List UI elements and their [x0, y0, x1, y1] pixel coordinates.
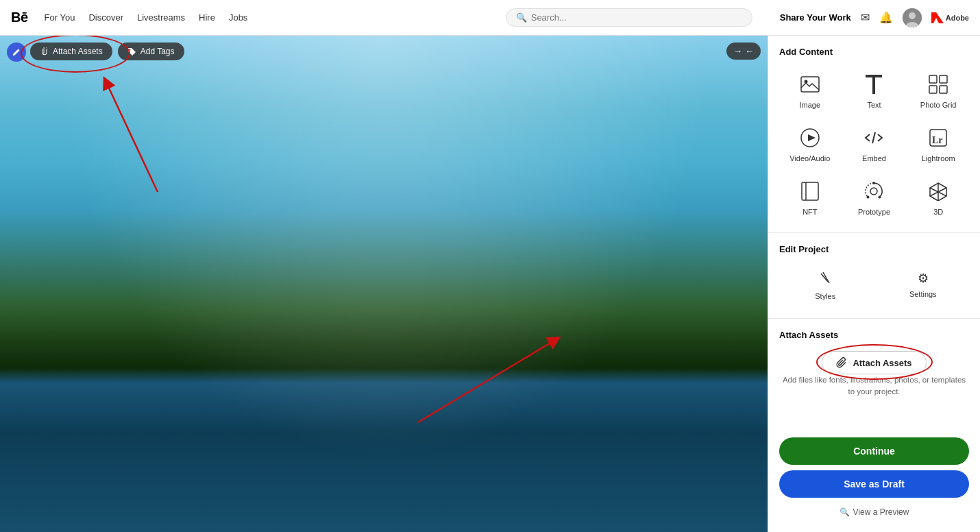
canvas-nav-arrows[interactable]: → ←: [726, 43, 761, 60]
embed-label: Embed: [862, 154, 886, 162]
arrow-right-icon: →: [733, 46, 742, 56]
svg-rect-5: [801, 77, 819, 92]
tag-icon: [127, 47, 136, 56]
svg-rect-10: [940, 86, 947, 93]
add-content-section: Add Content Image: [768, 36, 980, 233]
nav-livestreams[interactable]: Livestreams: [137, 12, 185, 23]
content-item-text[interactable]: Text: [844, 66, 905, 114]
add-tags-canvas-button[interactable]: Add Tags: [118, 43, 184, 60]
video-audio-label: Video/Audio: [789, 154, 830, 162]
canvas-image: [0, 36, 768, 532]
user-avatar[interactable]: [903, 8, 922, 27]
svg-rect-7: [929, 75, 937, 83]
styles-item[interactable]: Styles: [779, 264, 872, 307]
attach-description: Add files like fonts, illustrations, pho…: [779, 374, 969, 398]
text-label: Text: [867, 101, 881, 109]
content-item-lightroom[interactable]: Lr Lightroom: [907, 120, 969, 168]
svg-rect-8: [940, 75, 947, 83]
image-label: Image: [800, 101, 821, 109]
settings-item[interactable]: ⚙ Settings: [877, 264, 970, 307]
photo-grid-label: Photo Grid: [920, 101, 957, 109]
text-icon: [861, 72, 886, 97]
sidebar-actions: Continue Save as Draft 🔍 View a Preview: [768, 437, 980, 532]
continue-button[interactable]: Continue: [779, 437, 969, 465]
svg-line-13: [872, 132, 875, 143]
attach-circle-wrapper: Attach Assets: [779, 351, 969, 374]
right-sidebar: Add Content Image: [768, 36, 980, 532]
styles-icon: [818, 271, 832, 288]
nav-jobs[interactable]: Jobs: [229, 12, 247, 23]
nft-icon: [798, 179, 822, 204]
embed-icon: [861, 125, 886, 150]
content-item-nft[interactable]: NFT: [779, 173, 841, 221]
svg-point-19: [872, 182, 875, 184]
save-draft-button[interactable]: Save as Draft: [779, 470, 969, 498]
content-item-video-audio[interactable]: Video/Audio: [779, 120, 841, 168]
image-icon: [798, 72, 822, 97]
lightroom-label: Lightroom: [922, 154, 955, 162]
settings-label: Settings: [909, 290, 937, 298]
search-input[interactable]: [531, 12, 742, 23]
edit-project-title: Edit Project: [779, 244, 969, 254]
search-bar: 🔍: [506, 8, 752, 27]
photo-grid-icon: [926, 72, 951, 97]
3d-icon: [926, 179, 951, 204]
content-item-embed[interactable]: Embed: [844, 120, 905, 168]
content-grid: Image Text: [779, 66, 969, 221]
attach-assets-section: Attach Assets Attach Assets Add files li…: [768, 319, 980, 437]
content-item-photo-grid[interactable]: Photo Grid: [907, 66, 969, 114]
content-item-image[interactable]: Image: [779, 66, 841, 114]
main-layout: Attach Assets Add Tags → ←: [0, 36, 980, 532]
attach-assets-canvas-button[interactable]: Attach Assets: [30, 43, 112, 60]
edit-button[interactable]: [7, 43, 26, 62]
mail-icon[interactable]: ✉: [861, 11, 870, 24]
nav-hire[interactable]: Hire: [199, 12, 215, 23]
bell-icon[interactable]: 🔔: [879, 11, 893, 24]
behance-logo: Bē: [11, 10, 28, 25]
canvas-area: Attach Assets Add Tags → ←: [0, 36, 768, 532]
svg-point-18: [870, 188, 877, 195]
svg-rect-9: [929, 86, 937, 93]
content-item-prototype[interactable]: Prototype: [844, 173, 905, 221]
edit-project-section: Edit Project Styles ⚙ Settings: [768, 233, 980, 319]
canvas-toolbar: Attach Assets Add Tags: [30, 43, 184, 60]
share-work-button[interactable]: Share Your Work: [780, 12, 851, 23]
edit-project-grid: Styles ⚙ Settings: [779, 264, 969, 307]
paperclip-sidebar-icon: [836, 357, 847, 368]
prototype-label: Prototype: [858, 208, 890, 216]
prototype-icon: [861, 179, 886, 204]
search-icon: 🔍: [516, 12, 527, 23]
arrow-left-icon: ←: [745, 46, 754, 56]
add-content-title: Add Content: [779, 47, 969, 57]
svg-marker-12: [808, 134, 816, 141]
nav-discover[interactable]: Discover: [88, 12, 123, 23]
svg-point-1: [909, 12, 916, 19]
nft-label: NFT: [803, 208, 817, 216]
nav-links: For You Discover Livestreams Hire Jobs: [45, 12, 248, 23]
svg-text:Lr: Lr: [932, 135, 943, 145]
attach-assets-section-title: Attach Assets: [779, 330, 969, 340]
svg-point-21: [867, 196, 870, 199]
lightroom-icon: Lr: [926, 125, 951, 150]
navbar: Bē For You Discover Livestreams Hire Job…: [0, 0, 980, 36]
paperclip-icon: [40, 47, 49, 56]
preview-search-icon: 🔍: [840, 507, 850, 517]
nav-right: Share Your Work ✉ 🔔 Adobe: [780, 8, 969, 27]
3d-label: 3D: [933, 208, 943, 216]
svg-rect-16: [802, 182, 818, 200]
attach-assets-sidebar-button[interactable]: Attach Assets: [822, 351, 926, 374]
svg-point-20: [879, 196, 881, 199]
nav-for-you[interactable]: For You: [45, 12, 75, 23]
content-item-3d[interactable]: 3D: [907, 173, 969, 221]
video-audio-icon: [798, 125, 822, 150]
settings-icon: ⚙: [918, 271, 929, 286]
view-preview-button[interactable]: 🔍 View a Preview: [779, 503, 969, 521]
styles-label: Styles: [815, 292, 835, 300]
adobe-logo: Adobe: [931, 12, 969, 23]
